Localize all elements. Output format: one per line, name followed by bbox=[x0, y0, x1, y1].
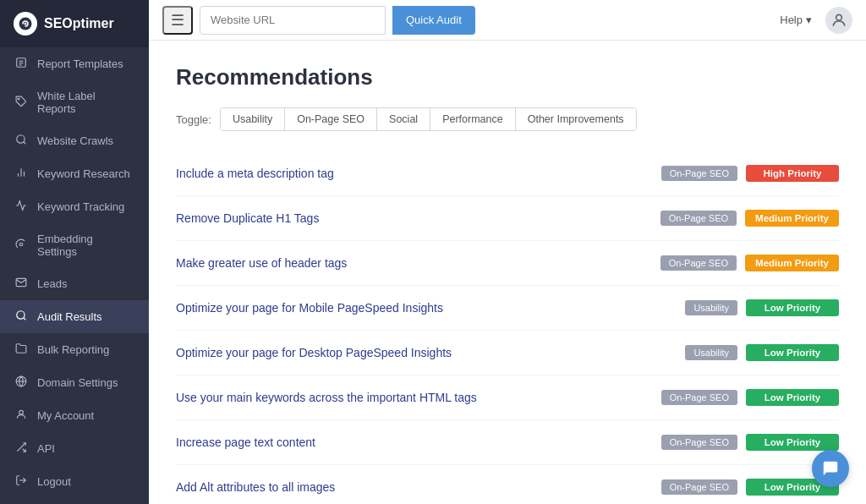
sidebar-label-bulk-reporting: Bulk Reporting bbox=[37, 343, 109, 356]
sidebar-label-keyword-research: Keyword Research bbox=[37, 167, 130, 180]
sidebar: SEOptimer Report Templates White Label R… bbox=[0, 0, 149, 504]
rec-tag: On-Page SEO bbox=[661, 166, 737, 181]
rec-title: Optimize your page for Mobile PageSpeed … bbox=[176, 301, 685, 315]
rec-tag: On-Page SEO bbox=[661, 390, 737, 405]
website-crawls-icon bbox=[14, 134, 29, 148]
keyword-research-icon bbox=[14, 167, 29, 181]
priority-badge: Low Priority bbox=[746, 299, 839, 316]
svg-point-11 bbox=[19, 243, 23, 246]
priority-badge: High Priority bbox=[746, 165, 839, 182]
tab-other-improvements[interactable]: Other Improvements bbox=[516, 108, 636, 130]
sidebar-item-report-templates[interactable]: Report Templates bbox=[0, 47, 149, 80]
sidebar-item-audit-results[interactable]: Audit Results bbox=[0, 300, 149, 333]
rec-tag: On-Page SEO bbox=[660, 255, 737, 271]
help-arrow-icon: ▾ bbox=[806, 14, 812, 26]
priority-badge: Medium Priority bbox=[745, 210, 839, 227]
toggle-tabs: Usability On-Page SEO Social Performance… bbox=[220, 107, 637, 131]
brand-icon bbox=[14, 12, 37, 36]
sidebar-label-website-crawls: Website Crawls bbox=[37, 134, 113, 147]
user-avatar-button[interactable] bbox=[825, 7, 852, 34]
sidebar-item-keyword-research[interactable]: Keyword Research bbox=[0, 157, 149, 190]
tab-usability[interactable]: Usability bbox=[221, 108, 285, 130]
recommendation-row[interactable]: Remove Duplicate H1 Tags On-Page SEO Med… bbox=[176, 196, 839, 241]
rec-tag: Usability bbox=[685, 345, 737, 360]
priority-badge: Low Priority bbox=[746, 344, 839, 361]
topnav: ☰ Quick Audit Help ▾ bbox=[149, 0, 866, 41]
sidebar-label-white-label-reports: White Label Reports bbox=[37, 90, 135, 115]
help-button[interactable]: Help ▾ bbox=[780, 14, 812, 26]
sidebar-item-white-label-reports[interactable]: White Label Reports bbox=[0, 80, 149, 124]
toggle-label: Toggle: bbox=[176, 113, 211, 126]
rec-tag: On-Page SEO bbox=[661, 479, 737, 495]
sidebar-label-domain-settings: Domain Settings bbox=[37, 376, 118, 389]
sidebar-label-audit-results: Audit Results bbox=[37, 310, 102, 323]
rec-title: Increase page text content bbox=[176, 436, 661, 449]
recommendation-row[interactable]: Make greater use of header tags On-Page … bbox=[176, 241, 839, 286]
sidebar-label-embedding-settings: Embedding Settings bbox=[37, 233, 135, 258]
quick-audit-button[interactable]: Quick Audit bbox=[392, 6, 475, 35]
main-content: Recommendations Toggle: Usability On-Pag… bbox=[149, 41, 866, 504]
sidebar-item-leads[interactable]: Leads bbox=[0, 267, 149, 300]
white-label-icon bbox=[14, 96, 29, 110]
svg-point-15 bbox=[19, 410, 24, 414]
recommendations-list: Include a meta description tag On-Page S… bbox=[176, 151, 839, 504]
sidebar-item-website-crawls[interactable]: Website Crawls bbox=[0, 124, 149, 157]
recommendation-row[interactable]: Include a meta description tag On-Page S… bbox=[176, 151, 839, 196]
sidebar-label-my-account: My Account bbox=[37, 409, 94, 422]
sidebar-item-embedding-settings[interactable]: Embedding Settings bbox=[0, 223, 149, 267]
recommendation-row[interactable]: Increase page text content On-Page SEO L… bbox=[176, 420, 839, 465]
menu-button[interactable]: ☰ bbox=[162, 6, 193, 35]
report-templates-icon bbox=[14, 57, 29, 71]
toggle-row: Toggle: Usability On-Page SEO Social Per… bbox=[176, 107, 839, 131]
tab-on-page-seo[interactable]: On-Page SEO bbox=[285, 108, 377, 130]
sidebar-item-logout[interactable]: Logout bbox=[0, 465, 149, 498]
chat-bubble-button[interactable] bbox=[812, 450, 849, 487]
page-title: Recommendations bbox=[176, 64, 839, 90]
sidebar-label-report-templates: Report Templates bbox=[37, 58, 123, 70]
sidebar-item-bulk-reporting[interactable]: Bulk Reporting bbox=[0, 333, 149, 366]
recommendation-row[interactable]: Optimize your page for Desktop PageSpeed… bbox=[176, 331, 839, 375]
help-label: Help bbox=[780, 14, 803, 26]
svg-point-7 bbox=[17, 135, 25, 143]
sidebar-item-my-account[interactable]: My Account bbox=[0, 399, 149, 432]
recommendation-row[interactable]: Optimize your page for Mobile PageSpeed … bbox=[176, 286, 839, 331]
rec-title: Include a meta description tag bbox=[176, 167, 661, 180]
audit-results-icon bbox=[14, 310, 29, 324]
rec-tag: On-Page SEO bbox=[660, 211, 737, 226]
svg-point-1 bbox=[25, 23, 27, 25]
priority-badge: Low Priority bbox=[746, 389, 839, 406]
sidebar-label-logout: Logout bbox=[37, 475, 71, 488]
sidebar-item-domain-settings[interactable]: Domain Settings bbox=[0, 366, 149, 399]
sidebar-label-keyword-tracking: Keyword Tracking bbox=[37, 200, 124, 213]
domain-settings-icon bbox=[14, 375, 29, 390]
sidebar-item-keyword-tracking[interactable]: Keyword Tracking bbox=[0, 190, 149, 223]
sidebar-logo[interactable]: SEOptimer bbox=[0, 0, 149, 47]
priority-badge: Medium Priority bbox=[745, 255, 839, 271]
main-area: ☰ Quick Audit Help ▾ Recommendations Tog… bbox=[149, 0, 866, 504]
priority-badge: Low Priority bbox=[746, 434, 839, 451]
keyword-tracking-icon bbox=[14, 200, 29, 214]
rec-title: Remove Duplicate H1 Tags bbox=[176, 211, 660, 225]
url-input[interactable] bbox=[200, 6, 386, 35]
my-account-icon bbox=[14, 408, 29, 423]
bulk-reporting-icon bbox=[14, 342, 29, 357]
svg-point-6 bbox=[18, 98, 19, 100]
svg-point-12 bbox=[17, 311, 25, 319]
recommendation-row[interactable]: Add Alt attributes to all images On-Page… bbox=[176, 465, 839, 504]
rec-title: Add Alt attributes to all images bbox=[176, 480, 661, 494]
embedding-settings-icon bbox=[14, 238, 29, 253]
rec-title: Optimize your page for Desktop PageSpeed… bbox=[176, 346, 685, 359]
sidebar-item-api[interactable]: API bbox=[0, 432, 149, 465]
rec-title: Use your main keywords across the import… bbox=[176, 391, 661, 404]
brand-name: SEOptimer bbox=[44, 16, 114, 31]
rec-tag: On-Page SEO bbox=[661, 435, 737, 450]
blog-section-label: Blog bbox=[0, 498, 149, 504]
tab-performance[interactable]: Performance bbox=[430, 108, 516, 130]
sidebar-label-api: API bbox=[37, 442, 55, 455]
leads-icon bbox=[14, 277, 29, 291]
recommendation-row[interactable]: Use your main keywords across the import… bbox=[176, 375, 839, 420]
tab-social[interactable]: Social bbox=[377, 108, 430, 130]
rec-title: Make greater use of header tags bbox=[176, 256, 660, 270]
svg-point-19 bbox=[836, 14, 842, 20]
topnav-right: Help ▾ bbox=[780, 7, 852, 34]
